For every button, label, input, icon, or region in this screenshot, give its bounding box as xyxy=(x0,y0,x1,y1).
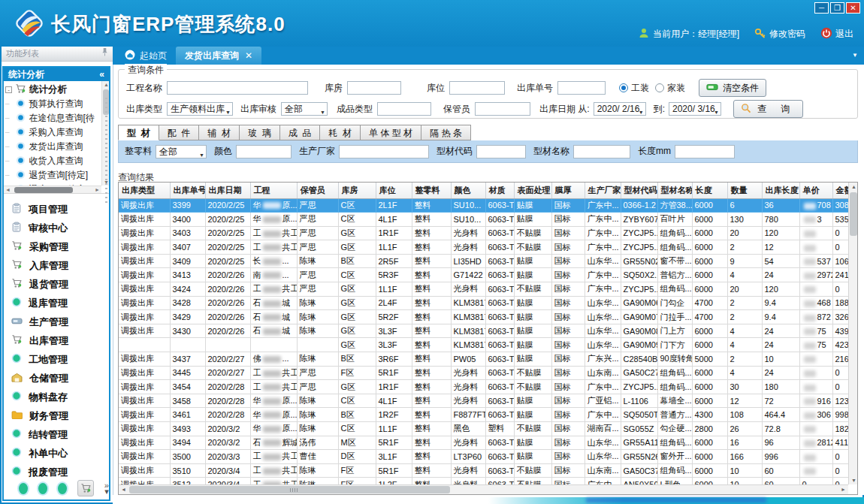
pin-icon[interactable] xyxy=(101,47,108,61)
keeper-input[interactable] xyxy=(475,102,530,116)
column-header[interactable]: 库房 xyxy=(338,183,376,198)
sidebar-item-补单中心[interactable]: 补单中心 xyxy=(11,444,109,463)
outbound-no-input[interactable] xyxy=(557,81,606,95)
tree-root[interactable]: -统计分析 xyxy=(5,83,101,97)
column-header[interactable]: 保管员 xyxy=(297,183,338,198)
sidebar-item-出库管理[interactable]: 出库管理 xyxy=(11,331,109,350)
material-tab-型材[interactable]: 型 材 xyxy=(118,125,159,140)
maximize-button[interactable]: ❐ xyxy=(830,2,844,14)
table-row[interactable]: 调拨出库34292020/2/26石城陈琳G区5R2F整料KLM38176063… xyxy=(119,310,848,324)
column-header[interactable]: 膜厚 xyxy=(551,183,585,198)
outbound-type-select[interactable]: 生产领料出库▼ xyxy=(167,102,233,116)
table-row[interactable]: 调拨出库35102020/3/4工共工程陈琳F区5R1F整料光身料6063-T5… xyxy=(119,463,848,478)
radio-engineering[interactable]: 工装 xyxy=(619,82,649,95)
tree-item[interactable]: ┄在途信息查询[待 xyxy=(5,111,101,125)
column-header[interactable]: 型材名称 xyxy=(657,183,692,198)
tree-horizontal-scrollbar[interactable]: ◄ ► xyxy=(4,186,101,193)
table-row[interactable]: 调拨出库34092020/2/25长...陈琳B区2R5F整料LI35HD606… xyxy=(119,254,848,268)
table-row[interactable]: G区3L3F整料KLM38176063-T5贴膜国标山东华...GA90M09.… xyxy=(119,338,848,352)
sidebar-item-仓储管理[interactable]: 仓储管理 xyxy=(11,369,109,388)
logout-button[interactable]: 退出 xyxy=(820,27,853,41)
column-header[interactable]: 库位 xyxy=(376,183,412,198)
material-tab-玻璃[interactable]: 玻 璃 xyxy=(240,125,280,140)
date-to-select[interactable]: 2020/ 3/16▼ xyxy=(669,102,721,116)
table-row[interactable]: 调拨出库33992020/2/25华原...严思C区2L1F整料SU10...6… xyxy=(119,198,848,213)
table-row[interactable]: 调拨出库34372020/2/27佛...陈琳B区3R6F整料PW056063-… xyxy=(119,352,848,367)
table-row[interactable]: 调拨出库34612020/2/28华原...陈琳B区1R2F整料F8877FT6… xyxy=(119,408,848,422)
table-row[interactable]: 调拨出库34282020/2/26石城陈琳G区2L4F整料KLM38176063… xyxy=(119,296,848,310)
expander-icon[interactable]: - xyxy=(5,86,12,93)
column-header[interactable]: 出库类型 xyxy=(119,183,170,198)
material-tab-耗材[interactable]: 耗 材 xyxy=(320,125,361,140)
date-from-select[interactable]: 2020/ 2/16▼ xyxy=(594,102,646,116)
warehouse-input[interactable] xyxy=(347,81,401,95)
column-header[interactable]: 整零料 xyxy=(412,183,451,198)
sidebar-item-采购管理[interactable]: 采购管理 xyxy=(11,237,109,256)
sidebar-item-审核中心[interactable]: 审核中心 xyxy=(11,219,109,237)
change-password-button[interactable]: 修改密码 xyxy=(754,27,805,41)
module-dot-button[interactable] xyxy=(19,483,28,494)
material-tab-辅材[interactable]: 辅 材 xyxy=(199,125,240,140)
filter-input[interactable] xyxy=(236,145,292,158)
sidebar-item-工地管理[interactable]: 工地管理 xyxy=(11,350,109,369)
sidebar-item-财务管理[interactable]: 财务管理 xyxy=(11,406,109,425)
table-row[interactable]: 调拨出库34302020/2/26石城陈琳G区3L3F整料KLM38176063… xyxy=(119,324,848,338)
sidebar-item-退库管理[interactable]: 退库管理 xyxy=(11,294,109,312)
radio-home-decor[interactable]: 家装 xyxy=(655,82,685,95)
clear-conditions-button[interactable]: 清空条件 xyxy=(699,79,766,97)
filter-input[interactable] xyxy=(476,145,526,158)
sidebar-item-结转管理[interactable]: 结转管理 xyxy=(11,425,109,444)
table-row[interactable]: 调拨出库34542020/2/28工共工程严思G区1R1F整料光身料6063-T… xyxy=(119,380,848,394)
column-header[interactable]: 颜色 xyxy=(451,183,485,198)
column-header[interactable]: 长度 xyxy=(692,183,727,198)
table-row[interactable]: 调拨出库34932020/3/2华原...陈琳C区1L1F整料黑色塑料不贴膜国标… xyxy=(119,422,848,436)
filter-select[interactable]: 全部▼ xyxy=(156,145,207,158)
tree-item[interactable]: ┄发货出库查询 xyxy=(5,140,101,154)
table-row[interactable]: 调拨出库34582020/2/28华原...陈琳C区4L1F整料光身料6063-… xyxy=(119,394,848,408)
column-header[interactable]: 材质 xyxy=(485,183,514,198)
sidebar-item-生产管理[interactable]: 生产管理 xyxy=(11,312,109,331)
sidebar-item-项目管理[interactable]: 项目管理 xyxy=(11,200,109,219)
filter-input[interactable] xyxy=(339,145,429,158)
filter-input[interactable] xyxy=(675,145,735,158)
material-tab-隔热条[interactable]: 隔 热 条 xyxy=(421,125,471,140)
module-dot-button[interactable] xyxy=(38,483,47,494)
sidebar-item-物料盘存[interactable]: 物料盘存 xyxy=(11,388,109,406)
menu-overflow-button[interactable]: »▾ xyxy=(104,482,109,494)
column-header[interactable]: 金额 xyxy=(832,183,848,198)
tree-item[interactable]: ┄预算执行查询 xyxy=(5,97,101,111)
column-header[interactable]: 单价 xyxy=(799,183,832,198)
table-row[interactable]: 调拨出库34072020/2/25工共工程严思G区1L1F整料光身料6063-T… xyxy=(119,240,848,255)
material-tab-配件[interactable]: 配 件 xyxy=(159,125,200,140)
collapse-icon[interactable]: « xyxy=(99,68,104,81)
column-header[interactable]: 出库长度 xyxy=(762,183,799,198)
column-header[interactable]: 型材代码 xyxy=(621,183,657,198)
cart-module-button[interactable] xyxy=(77,480,93,496)
tree-item[interactable]: ┄收货入库查询 xyxy=(5,154,101,168)
sidebar-item-退货管理[interactable]: 退货管理 xyxy=(11,275,109,294)
table-row[interactable]: 调拨出库34452020/2/27工共工程严思F区5R1F整料光身料6063-T… xyxy=(119,366,848,380)
tree-item[interactable]: ┄采购入库查询 xyxy=(5,125,101,140)
project-name-input[interactable] xyxy=(167,81,308,95)
table-row[interactable]: 调拨出库34942020/3/2石辉城汤伟M区5R1F整料光身料6063-T5贴… xyxy=(119,436,848,450)
material-tab-成品[interactable]: 成 品 xyxy=(280,125,321,140)
table-row[interactable]: 调拨出库34132020/2/26南...严思C区5R3F整料G71422606… xyxy=(119,268,848,282)
tab-list-dropdown-icon[interactable]: ▼ xyxy=(852,52,858,59)
table-row[interactable]: 调拨出库34032020/2/25工共工程严思G区1R1F整料光身料6063-T… xyxy=(119,226,848,240)
table-vertical-scrollbar[interactable]: ▲ ▼ xyxy=(848,183,857,484)
search-button[interactable]: 查 询 xyxy=(733,100,803,118)
product-type-input[interactable] xyxy=(377,102,431,116)
tab-home[interactable]: 起始页 xyxy=(116,47,176,65)
column-header[interactable]: 出库单号 xyxy=(170,183,205,198)
column-header[interactable]: 出库日期 xyxy=(205,183,250,198)
sidebar-item-入库管理[interactable]: 入库管理 xyxy=(11,256,109,275)
location-input[interactable] xyxy=(449,81,505,95)
splitter-grip[interactable] xyxy=(105,98,107,203)
module-dot-button[interactable] xyxy=(58,483,67,494)
tree-item[interactable]: ┄退货查询[待定] xyxy=(5,168,101,183)
table-row[interactable]: 调拨出库34002020/2/25华原...严思C区4L1F整料SU10...6… xyxy=(119,213,848,227)
outbound-audit-select[interactable]: 全部▼ xyxy=(281,102,328,116)
column-header[interactable]: 生产厂家 xyxy=(585,183,621,198)
column-header[interactable]: 数量 xyxy=(727,183,762,198)
close-button[interactable]: ✕ xyxy=(846,2,860,14)
